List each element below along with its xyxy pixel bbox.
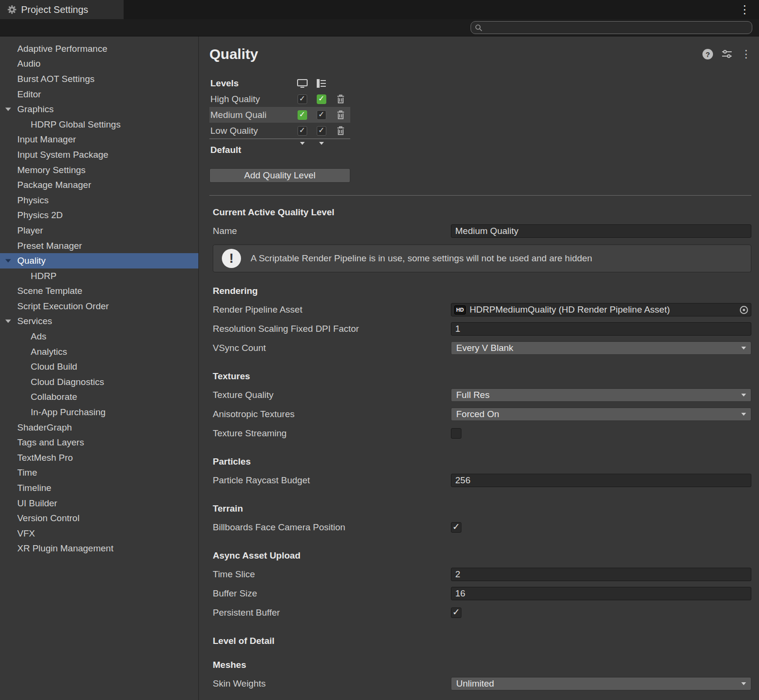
persistent-buffer-checkbox[interactable]	[451, 607, 461, 618]
time-slice-field[interactable]	[451, 568, 751, 581]
dpi-factor-label: Resolution Scaling Fixed DPI Factor	[213, 324, 451, 334]
async-asset-upload-heading: Async Asset Upload	[213, 550, 751, 561]
help-icon[interactable]: ?	[702, 49, 713, 59]
foldout-arrow-icon[interactable]	[5, 259, 11, 263]
sidebar-item-ads[interactable]: Ads	[0, 329, 198, 344]
trash-icon[interactable]	[337, 94, 345, 104]
vsync-count-dropdown[interactable]: Every V Blank	[451, 341, 751, 355]
platform-levels-icon	[317, 79, 326, 88]
sidebar-item-memory-settings[interactable]: Memory Settings	[0, 163, 198, 178]
dropdown-arrow-icon	[741, 394, 746, 397]
dropdown-arrow-icon	[741, 413, 746, 416]
level-checkbox[interactable]	[317, 110, 326, 120]
sidebar-item-services[interactable]: Services	[0, 314, 198, 329]
name-label: Name	[213, 226, 451, 236]
texture-streaming-checkbox[interactable]	[451, 428, 461, 439]
vsync-label: VSync Count	[213, 343, 451, 353]
sidebar-item-version-control[interactable]: Version Control	[0, 511, 198, 526]
sidebar-item-shadergraph[interactable]: ShaderGraph	[0, 420, 198, 435]
srp-warning-text: A Scriptable Render Pipeline is in use, …	[251, 253, 592, 264]
buffer-size-field[interactable]	[451, 587, 751, 600]
particle-raycast-budget-field[interactable]	[451, 474, 751, 487]
terrain-heading: Terrain	[213, 503, 751, 514]
sidebar-item-physics-2d[interactable]: Physics 2D	[0, 208, 198, 223]
sidebar-item-preset-manager[interactable]: Preset Manager	[0, 238, 198, 254]
sidebar-item-graphics[interactable]: Graphics	[0, 102, 198, 117]
billboards-face-camera-label: Billboards Face Camera Position	[213, 522, 451, 533]
texture-quality-label: Texture Quality	[213, 390, 451, 400]
sidebar-item-burst-aot-settings[interactable]: Burst AOT Settings	[0, 71, 198, 87]
sidebar-item-physics[interactable]: Physics	[0, 193, 198, 208]
foldout-arrow-icon[interactable]	[5, 320, 11, 323]
sidebar-item-player[interactable]: Player	[0, 223, 198, 238]
level-checkbox[interactable]	[298, 94, 307, 104]
anisotropic-textures-label: Anisotropic Textures	[213, 409, 451, 420]
sidebar-item-hdrp[interactable]: HDRP	[0, 268, 198, 284]
srp-warning-box: ! A Scriptable Render Pipeline is in use…	[213, 245, 751, 272]
sidebar-item-collaborate[interactable]: Collaborate	[0, 390, 198, 405]
level-of-detail-heading: Level of Detail	[213, 636, 751, 646]
sidebar-item-audio[interactable]: Audio	[0, 57, 198, 72]
anisotropic-textures-dropdown[interactable]: Forced On	[451, 408, 751, 421]
sidebar-item-package-manager[interactable]: Package Manager	[0, 177, 198, 193]
tab-project-settings[interactable]: Project Settings	[0, 0, 124, 19]
billboards-face-camera-checkbox[interactable]	[451, 522, 461, 533]
window-menu-icon[interactable]: ⋮	[730, 0, 759, 19]
presets-icon[interactable]	[722, 50, 732, 58]
sidebar-item-script-execution-order[interactable]: Script Execution Order	[0, 299, 198, 314]
level-checkbox-current[interactable]	[317, 94, 326, 104]
sidebar-item-vfx[interactable]: VFX	[0, 526, 198, 541]
trash-icon[interactable]	[337, 110, 345, 119]
default-quality-dropdown[interactable]	[319, 145, 324, 155]
texture-streaming-label: Texture Streaming	[213, 428, 451, 439]
quality-level-row-high[interactable]: High Quality	[209, 91, 350, 107]
search-input[interactable]	[485, 23, 748, 33]
quality-settings-panel: Quality ? ⋮ Levels	[199, 36, 759, 700]
levels-header: Levels	[209, 76, 751, 91]
search-field[interactable]	[471, 21, 752, 34]
sidebar-item-cloud-diagnostics[interactable]: Cloud Diagnostics	[0, 374, 198, 390]
sidebar-item-input-manager[interactable]: Input Manager	[0, 132, 198, 148]
textures-heading: Textures	[213, 371, 751, 382]
level-checkbox[interactable]	[317, 126, 326, 136]
settings-category-sidebar: Adaptive Performance Audio Burst AOT Set…	[0, 36, 199, 700]
monitor-icon	[297, 79, 308, 88]
level-checkbox-current[interactable]	[298, 110, 307, 120]
page-title: Quality	[209, 46, 258, 62]
render-pipeline-asset-field[interactable]: HD HDRPMediumQuality (HD Render Pipeline…	[451, 303, 751, 316]
rendering-heading: Rendering	[213, 286, 751, 296]
quality-name-field[interactable]	[451, 224, 751, 238]
trash-icon[interactable]	[337, 126, 345, 135]
sidebar-item-time[interactable]: Time	[0, 466, 198, 481]
panel-menu-icon[interactable]: ⋮	[741, 48, 751, 60]
level-checkbox[interactable]	[298, 126, 307, 136]
default-label: Default	[209, 145, 293, 155]
meshes-heading: Meshes	[213, 660, 751, 670]
sidebar-item-timeline[interactable]: Timeline	[0, 480, 198, 496]
foldout-arrow-icon[interactable]	[5, 108, 11, 111]
sidebar-item-input-system-package[interactable]: Input System Package	[0, 147, 198, 163]
sidebar-item-ui-builder[interactable]: UI Builder	[0, 496, 198, 511]
sidebar-item-cloud-build[interactable]: Cloud Build	[0, 359, 198, 374]
sidebar-item-editor[interactable]: Editor	[0, 87, 198, 102]
sidebar-item-tags-and-layers[interactable]: Tags and Layers	[0, 435, 198, 450]
sidebar-item-quality[interactable]: Quality	[0, 253, 198, 268]
render-pipeline-label: Render Pipeline Asset	[213, 304, 451, 315]
add-quality-level-button[interactable]: Add Quality Level	[209, 168, 350, 183]
sidebar-item-xr-plugin-management[interactable]: XR Plugin Management	[0, 541, 198, 557]
dpi-factor-field[interactable]	[451, 322, 751, 336]
texture-quality-dropdown[interactable]: Full Res	[451, 388, 751, 402]
sidebar-item-hdrp-global-settings[interactable]: HDRP Global Settings	[0, 117, 198, 132]
sidebar-item-textmesh-pro[interactable]: TextMesh Pro	[0, 450, 198, 466]
time-slice-label: Time Slice	[213, 569, 451, 580]
sidebar-item-in-app-purchasing[interactable]: In-App Purchasing	[0, 405, 198, 420]
quality-level-row-medium[interactable]: Medium Quali	[209, 107, 350, 123]
sidebar-item-adaptive-performance[interactable]: Adaptive Performance	[0, 41, 198, 57]
default-quality-dropdown[interactable]	[300, 145, 305, 155]
sidebar-item-analytics[interactable]: Analytics	[0, 344, 198, 360]
quality-level-row-low[interactable]: Low Quality	[209, 123, 350, 139]
dropdown-arrow-icon	[741, 347, 746, 350]
skin-weights-dropdown[interactable]: Unlimited	[451, 677, 751, 690]
sidebar-item-scene-template[interactable]: Scene Template	[0, 284, 198, 299]
object-picker-icon[interactable]	[740, 306, 748, 314]
